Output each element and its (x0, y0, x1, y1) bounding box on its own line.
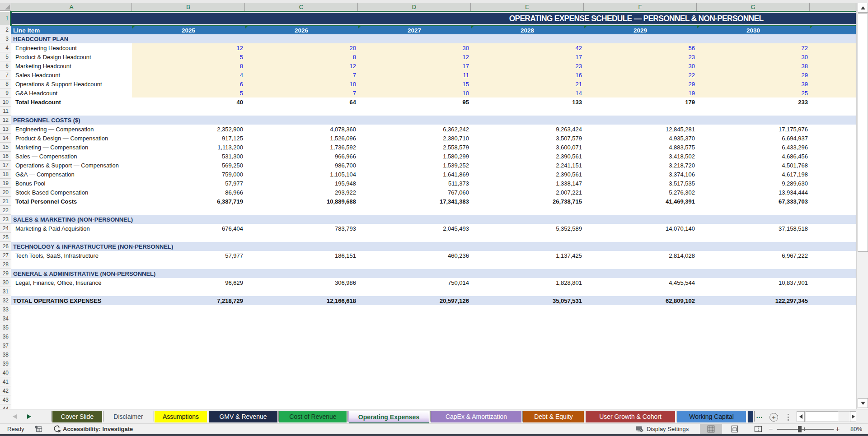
cell-r17-c1[interactable]: 569,250 (132, 161, 243, 170)
new-sheet-button[interactable]: + (769, 413, 778, 422)
column-header-C[interactable]: C (245, 3, 358, 11)
scroll-up-button[interactable] (858, 3, 868, 13)
cell-r24-c5[interactable]: 14,070,140 (584, 224, 695, 233)
row-header-16[interactable]: 16 (0, 152, 11, 161)
cell-r15-c6[interactable]: 6,433,296 (697, 143, 808, 152)
row-header-8[interactable]: 8 (0, 79, 11, 88)
row-label[interactable]: SALES & MARKETING (NON-PERSONNEL) (13, 215, 133, 224)
cell-r9-c6[interactable]: 25 (697, 88, 808, 97)
cell-r30-c4[interactable]: 1,828,801 (471, 278, 582, 287)
cell-r32-c6[interactable]: 122,297,345 (697, 296, 808, 305)
row-label[interactable]: Marketing & Paid Acquisition (15, 224, 90, 233)
row-header-21[interactable]: 21 (0, 197, 11, 206)
row-label[interactable]: G&A — Compensation (15, 170, 75, 179)
cell-r7-c5[interactable]: 22 (584, 70, 695, 79)
cell-r5-c3[interactable]: 12 (358, 52, 469, 61)
cell-r8-c6[interactable]: 39 (697, 79, 808, 88)
cell-r8-c5[interactable]: 29 (584, 79, 695, 88)
cell-r30-c6[interactable]: 10,837,901 (697, 278, 808, 287)
row-label[interactable]: Sales — Compensation (15, 152, 77, 161)
sheet-tab-operating-expenses[interactable]: Operating Expenses (348, 411, 429, 422)
cell-r16-c1[interactable]: 531,300 (132, 152, 243, 161)
row-header-35[interactable]: 35 (0, 323, 11, 332)
column-header-G[interactable]: G (697, 3, 810, 11)
row-headers[interactable]: 1234567891011121314151617181920212223242… (0, 12, 11, 409)
row-header-37[interactable]: 37 (0, 341, 11, 350)
column-header-E[interactable]: E (471, 3, 584, 11)
cell-r15-c2[interactable]: 1,736,592 (245, 143, 356, 152)
cell-r14-c2[interactable]: 1,526,096 (245, 134, 356, 143)
cell-r7-c3[interactable]: 11 (358, 70, 469, 79)
cell-r21-c3[interactable]: 17,341,383 (358, 197, 469, 206)
row-label[interactable]: Stock-Based Compensation (15, 188, 88, 197)
row-header-38[interactable]: 38 (0, 350, 11, 359)
row-label[interactable]: Marketing — Compensation (15, 143, 88, 152)
cell-r9-c3[interactable]: 10 (358, 88, 469, 97)
row-label[interactable]: Engineering Headcount (15, 43, 77, 52)
row-header-34[interactable]: 34 (0, 314, 11, 323)
scroll-right-button[interactable] (850, 411, 856, 422)
cell-r13-c4[interactable]: 9,263,424 (471, 125, 582, 134)
cell-r32-c1[interactable]: 7,218,729 (132, 296, 243, 305)
row-label[interactable]: Operations & Support Headcount (15, 79, 102, 88)
cell-r21-c4[interactable]: 26,738,715 (471, 197, 582, 206)
row-header-13[interactable]: 13 (0, 125, 11, 134)
cell-r17-c5[interactable]: 3,218,720 (584, 161, 695, 170)
cell-r10-c4[interactable]: 133 (471, 97, 582, 107)
row-header-29[interactable]: 29 (0, 269, 11, 278)
cell-r7-c4[interactable]: 16 (471, 70, 582, 79)
row-label[interactable]: Engineering — Compensation (15, 125, 94, 134)
cell-r14-c4[interactable]: 3,507,579 (471, 134, 582, 143)
cell-r5-c2[interactable]: 8 (245, 52, 356, 61)
cell-r21-c2[interactable]: 10,889,688 (245, 197, 356, 206)
sheet-tab-cover-slide[interactable]: Cover Slide (52, 411, 102, 422)
cell-r32-c5[interactable]: 62,809,102 (584, 296, 695, 305)
cell-r24-c4[interactable]: 5,352,589 (471, 224, 582, 233)
tab-overflow-ellipsis[interactable]: … (756, 412, 763, 419)
cell-r20-c4[interactable]: 2,007,221 (471, 188, 582, 197)
column-header-B[interactable]: B (132, 3, 245, 11)
sheet-tab-assumptions[interactable]: Assumptions (155, 411, 207, 422)
row-header-7[interactable]: 7 (0, 70, 11, 79)
cell-r18-c2[interactable]: 1,105,104 (245, 170, 356, 179)
cell-r6-c3[interactable]: 17 (358, 61, 469, 70)
macro-record-icon[interactable] (35, 424, 42, 434)
cell-r30-c2[interactable]: 306,986 (245, 278, 356, 287)
cell-r10-c5[interactable]: 179 (584, 97, 695, 107)
cell-r16-c2[interactable]: 966,966 (245, 152, 356, 161)
cell-r9-c1[interactable]: 5 (132, 88, 243, 97)
cell-r21-c1[interactable]: 6,387,719 (132, 197, 243, 206)
row-label[interactable]: Sales Headcount (15, 70, 60, 79)
cell-r15-c3[interactable]: 2,558,579 (358, 143, 469, 152)
row-header-42[interactable]: 42 (0, 386, 11, 395)
zoom-in-button[interactable]: + (835, 424, 840, 434)
cell-r6-c5[interactable]: 30 (584, 61, 695, 70)
row-label[interactable]: Marketing Headcount (15, 61, 71, 70)
cell-r20-c2[interactable]: 293,922 (245, 188, 356, 197)
cell-r6-c2[interactable]: 12 (245, 61, 356, 70)
cell-r30-c3[interactable]: 750,014 (358, 278, 469, 287)
row-header-30[interactable]: 30 (0, 278, 11, 287)
cell-r30-c5[interactable]: 4,455,544 (584, 278, 695, 287)
cell-r21-c5[interactable]: 41,469,391 (584, 197, 695, 206)
row-header-9[interactable]: 9 (0, 88, 11, 97)
cell-r17-c3[interactable]: 1,539,252 (358, 161, 469, 170)
scroll-down-button[interactable] (858, 398, 868, 408)
cell-r14-c1[interactable]: 917,125 (132, 134, 243, 143)
normal-view-button[interactable] (700, 424, 722, 434)
cell-r21-c6[interactable]: 67,333,703 (697, 197, 808, 206)
row-header-33[interactable]: 33 (0, 305, 11, 314)
cell-r19-c3[interactable]: 511,373 (358, 179, 469, 188)
row-label[interactable]: Legal, Finance, Office, Insurance (15, 278, 102, 287)
cell-r19-c1[interactable]: 57,977 (132, 179, 243, 188)
column-header-F[interactable]: F (584, 3, 697, 11)
row-label[interactable]: Product & Design — Compensation (15, 134, 108, 143)
row-label[interactable]: G&A Headcount (15, 88, 57, 97)
cell-r24-c1[interactable]: 676,404 (132, 224, 243, 233)
sheet-tab-debt-equity[interactable]: Debt & Equity (523, 411, 584, 422)
cell-r13-c1[interactable]: 2,352,900 (132, 125, 243, 134)
row-label[interactable]: Total Headcount (15, 97, 61, 107)
cell-r15-c5[interactable]: 4,883,575 (584, 143, 695, 152)
scroll-left-button[interactable] (797, 411, 805, 422)
cell-r6-c4[interactable]: 23 (471, 61, 582, 70)
